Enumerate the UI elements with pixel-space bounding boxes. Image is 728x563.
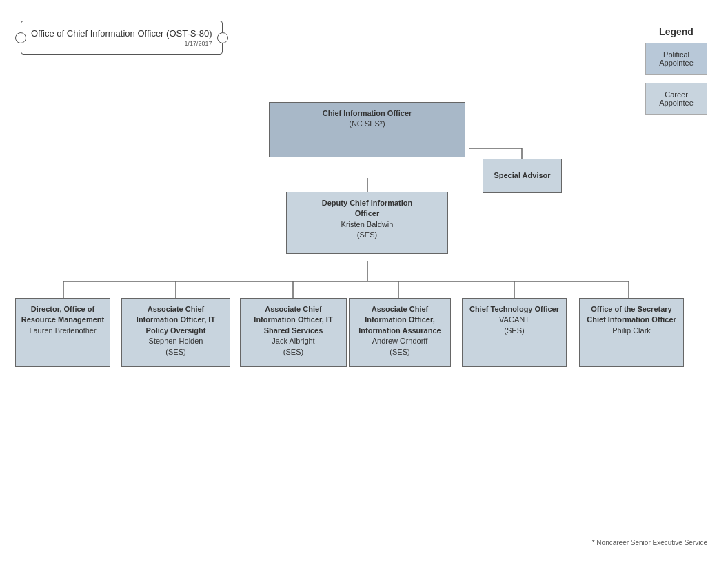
- acio-shared-name: Jack Albright: [245, 336, 342, 346]
- legend-title: Legend: [645, 26, 707, 37]
- cio-subtitle: (NC SES*): [274, 119, 461, 129]
- acio-policy-title: Associate Chief Information Officer, IT …: [126, 304, 225, 336]
- director-orm-box: Director, Office of Resource Management …: [15, 298, 110, 367]
- ost-cio-name: Philip Clark: [584, 326, 679, 336]
- legend-political: PoliticalAppointee: [645, 43, 707, 75]
- acio-policy-name: Stephen Holden: [126, 336, 225, 346]
- special-advisor-title: Special Advisor: [494, 170, 550, 181]
- footnote: * Noncareer Senior Executive Service: [592, 539, 707, 546]
- cio-box: Chief Information Officer (NC SES*): [269, 102, 465, 157]
- cto-box: Chief Technology Officer VACANT (SES): [462, 298, 567, 367]
- ost-cio-box: Office of the Secretary Chief Informatio…: [579, 298, 684, 367]
- cio-title: Chief Information Officer: [274, 108, 461, 119]
- deputy-cio-grade: (SES): [291, 230, 443, 240]
- acio-shared-title: Associate Chief Information Officer, IT …: [245, 304, 342, 336]
- legend-career: CareerAppointee: [645, 83, 707, 115]
- title-box: Office of Chief Information Officer (OST…: [21, 21, 223, 55]
- circle-left-icon: [15, 32, 26, 43]
- acio-assurance-name: Andrew Orndorff: [354, 336, 446, 346]
- deputy-cio-title: Deputy Chief InformationOfficer: [291, 198, 443, 219]
- acio-assurance-box: Associate Chief Information Officer, Inf…: [349, 298, 451, 367]
- deputy-cio-name: Kristen Baldwin: [291, 219, 443, 230]
- cto-title: Chief Technology Officer: [467, 304, 562, 315]
- acio-policy-box: Associate Chief Information Officer, IT …: [121, 298, 230, 367]
- ost-cio-title: Office of the Secretary Chief Informatio…: [584, 304, 679, 326]
- director-orm-name: Lauren Breitenother: [20, 326, 105, 336]
- org-title: Office of Chief Information Officer (OST…: [31, 28, 212, 39]
- circle-right-icon: [217, 32, 228, 43]
- legend: Legend PoliticalAppointee CareerAppointe…: [645, 26, 707, 123]
- acio-assurance-title: Associate Chief Information Officer, Inf…: [354, 304, 446, 336]
- deputy-cio-box: Deputy Chief InformationOfficer Kristen …: [286, 192, 448, 254]
- date-label: 1/17/2017: [31, 40, 212, 47]
- acio-policy-grade: (SES): [126, 347, 225, 357]
- acio-assurance-grade: (SES): [354, 347, 446, 357]
- special-advisor-box: Special Advisor: [483, 159, 562, 193]
- cto-name: VACANT: [467, 315, 562, 325]
- acio-shared-box: Associate Chief Information Officer, IT …: [240, 298, 347, 367]
- cto-grade: (SES): [467, 326, 562, 336]
- acio-shared-grade: (SES): [245, 347, 342, 357]
- director-orm-title: Director, Office of Resource Management: [20, 304, 105, 326]
